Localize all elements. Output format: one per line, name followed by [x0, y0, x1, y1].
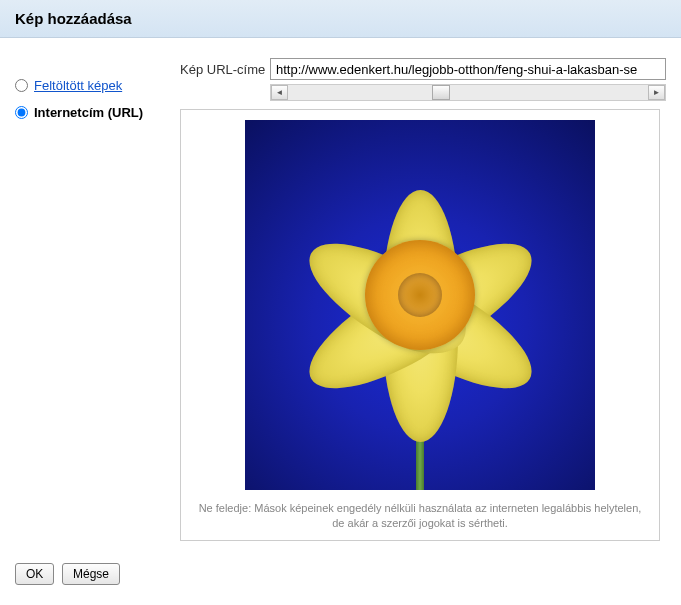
ok-button[interactable]: OK — [15, 563, 54, 585]
scroll-thumb[interactable] — [432, 85, 450, 100]
option-url[interactable]: Internetcím (URL) — [15, 105, 180, 120]
flower-corona — [365, 240, 475, 350]
image-preview — [245, 120, 595, 490]
cancel-button[interactable]: Mégse — [62, 563, 120, 585]
dialog-body: Feltöltött képek Internetcím (URL) Kép U… — [0, 38, 681, 551]
source-options: Feltöltött képek Internetcím (URL) — [15, 58, 180, 541]
radio-uploaded[interactable] — [15, 79, 28, 92]
url-label: Kép URL-címe — [180, 62, 270, 77]
option-uploaded-images[interactable]: Feltöltött képek — [15, 78, 180, 93]
radio-url[interactable] — [15, 106, 28, 119]
scroll-track[interactable] — [288, 85, 648, 100]
image-preview-container: Ne feledje: Mások képeinek engedély nélk… — [180, 109, 660, 541]
option-uploaded-label: Feltöltött képek — [34, 78, 122, 93]
scroll-right-button[interactable]: ► — [648, 85, 665, 100]
scroll-left-button[interactable]: ◄ — [271, 85, 288, 100]
url-input[interactable] — [270, 58, 666, 80]
copyright-disclaimer: Ne feledje: Mások képeinek engedély nélk… — [186, 495, 654, 535]
dialog-footer: OK Mégse — [0, 551, 681, 597]
url-scrollbar[interactable]: ◄ ► — [270, 84, 666, 101]
option-url-label: Internetcím (URL) — [34, 105, 143, 120]
url-row: Kép URL-címe — [180, 58, 666, 80]
dialog-title: Kép hozzáadása — [0, 0, 681, 38]
url-panel: Kép URL-címe ◄ ► Ne feledje: Mások képei… — [180, 58, 666, 541]
